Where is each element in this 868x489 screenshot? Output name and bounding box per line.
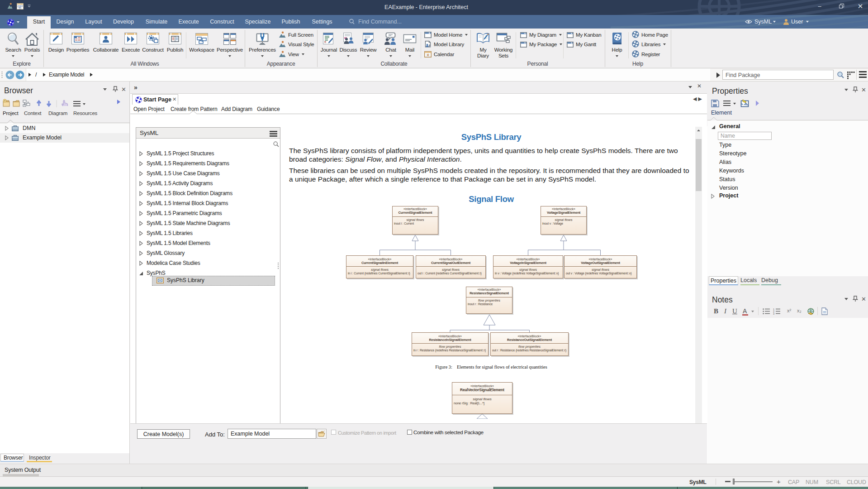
svg-text:3: 3 xyxy=(773,312,774,315)
